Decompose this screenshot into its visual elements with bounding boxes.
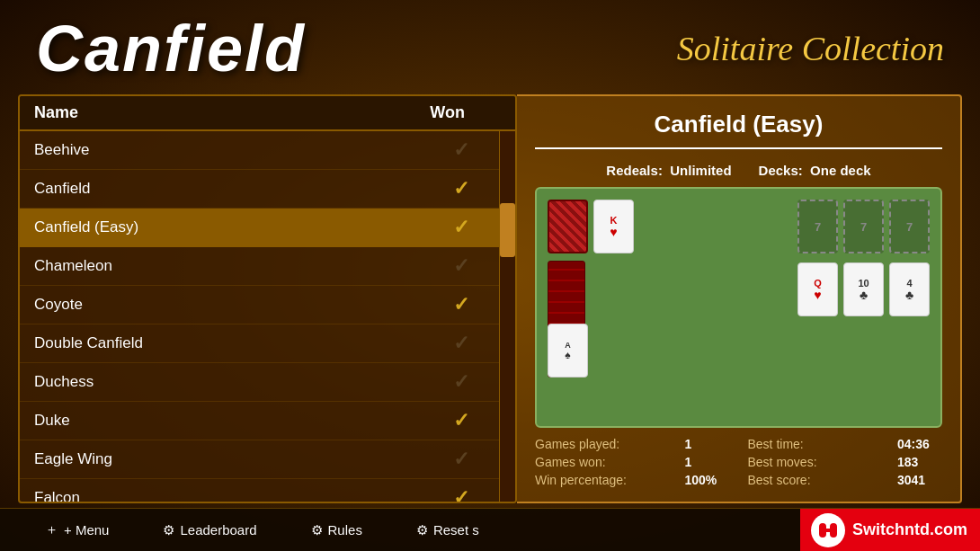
win-pct-label: Win percentage: [535,473,627,487]
footer-items: ＋ + Menu ⚙ Leaderboard ⚙ Rules ⚙ Reset s [0,521,800,538]
decks-label: Decks: [759,163,803,178]
subtitle: Solitaire Collection [677,29,944,68]
game-list-panel: Name Won Beehive ✓ Canfield ✓ Canfield (… [18,94,517,503]
leaderboard-icon: ⚙ [163,522,174,538]
rules-icon: ⚙ [311,522,323,538]
detail-title: Canfield (Easy) [535,111,942,149]
list-item-selected[interactable]: Canfield (Easy) ✓ [20,209,515,247]
detail-info-row: Redeals: Unlimited Decks: One deck [535,163,942,178]
game-name: Coyote [34,296,453,314]
won-check: ✓ [453,486,469,502]
right-cards: 7 7 7 Q ♥ [645,200,930,415]
col-name: Name [34,103,430,122]
nintendo-logo [811,513,845,547]
redeals-value: Unlimited [670,163,731,178]
footer: ＋ + Menu ⚙ Leaderboard ⚙ Rules ⚙ Reset s… [0,508,980,551]
reset-label: Reset s [433,522,479,538]
menu-icon: ＋ [45,521,58,538]
game-name: Falcon [34,489,453,502]
scrollbar[interactable] [499,131,515,502]
list-item[interactable]: Coyote ✓ [20,286,515,324]
scrollbar-thumb[interactable] [500,203,515,257]
menu-label: + Menu [64,522,109,538]
redeals-label: Redeals: [606,163,663,178]
won-check: ✓ [453,293,469,316]
best-moves-value: 183 [897,455,942,469]
stats-section: Games played: 1 Games won: 1 Win percent… [535,437,942,487]
list-item[interactable]: Double Canfield ✓ [20,324,515,363]
won-check: ✓ [453,409,469,432]
svg-rect-2 [823,529,833,532]
main-content: Name Won Beehive ✓ Canfield ✓ Canfield (… [18,94,962,503]
games-won-row: Games won: 1 [535,455,730,469]
list-item[interactable]: Duke ✓ [20,402,515,440]
left-cards: K ♥ A ♠ [548,200,634,415]
list-item[interactable]: Eagle Wing ✓ [20,440,515,479]
best-time-row: Best time: 04:36 [748,437,943,451]
rules-button[interactable]: ⚙ Rules [284,522,389,538]
won-check: ✓ [453,177,469,200]
won-check: ✓ [453,138,469,162]
games-won-label: Games won: [535,455,606,469]
tableau-card-3: 4 ♣ [889,262,930,316]
win-pct-value: 100% [685,473,730,487]
foundation-row: 7 7 7 [797,200,930,253]
bottom-card: A ♠ [548,324,588,378]
best-score-row: Best score: 3041 [748,473,943,487]
best-moves-label: Best moves: [748,455,817,469]
stats-col-right: Best time: 04:36 Best moves: 183 Best sc… [748,437,943,487]
game-name: Eagle Wing [34,450,453,468]
games-played-row: Games played: 1 [535,437,730,451]
foundation-2: 7 [843,200,884,253]
leaderboard-button[interactable]: ⚙ Leaderboard [136,522,283,538]
list-item[interactable]: Falcon ✓ [20,479,515,502]
list-item[interactable]: Beehive ✓ [20,131,515,170]
list-item[interactable]: Canfield ✓ [20,170,515,209]
redeals-info: Redeals: Unlimited [606,163,731,178]
game-name: Duke [34,412,453,430]
menu-button[interactable]: ＋ + Menu [18,521,136,538]
list-header: Name Won [20,96,515,131]
tableau-card-2: 10 ♣ [843,262,884,316]
list-body: Beehive ✓ Canfield ✓ Canfield (Easy) ✓ C… [20,131,515,502]
win-pct-row: Win percentage: 100% [535,473,730,487]
rules-label: Rules [328,522,362,538]
nintendo-text: Switchntd.com [852,520,967,539]
reset-icon: ⚙ [416,522,428,538]
header: Canfield Solitaire Collection [0,0,980,94]
game-name: Chameleon [34,257,453,275]
foundation-1: 7 [797,200,838,253]
leaderboard-label: Leaderboard [180,522,256,538]
decks-info: Decks: One deck [759,163,871,178]
stock-card [548,200,588,253]
games-played-label: Games played: [535,437,619,451]
top-cards: K ♥ [548,200,634,253]
tableau-card: K ♥ [593,200,634,253]
stats-col-left: Games played: 1 Games won: 1 Win percent… [535,437,730,487]
tableau-row: Q ♥ 10 ♣ 4 ♣ [797,262,930,316]
game-name: Duchess [34,373,453,391]
foundation-3: 7 [889,200,930,253]
list-item[interactable]: Duchess ✓ [20,363,515,402]
games-won-value: 1 [685,455,730,469]
tableau-stack: A ♠ [548,261,588,378]
best-time-value: 04:36 [897,437,942,451]
game-name: Beehive [34,141,453,159]
game-title: Canfield [36,12,306,85]
best-score-label: Best score: [748,473,811,487]
reset-button[interactable]: ⚙ Reset s [389,522,506,538]
best-moves-row: Best moves: 183 [748,455,943,469]
list-item[interactable]: Chameleon ✓ [20,247,515,286]
game-name: Canfield (Easy) [34,218,453,236]
best-score-value: 3041 [897,473,942,487]
won-check: ✓ [453,216,469,239]
nintendo-badge: Switchntd.com [800,509,980,552]
card-preview: K ♥ A ♠ [535,187,942,428]
game-name: Double Canfield [34,334,453,352]
won-check: ✓ [453,448,469,471]
tableau-card-1: Q ♥ [797,262,838,316]
won-check: ✓ [453,370,469,394]
decks-value: One deck [810,163,871,178]
won-check: ✓ [453,332,469,355]
game-name: Canfield [34,180,453,198]
